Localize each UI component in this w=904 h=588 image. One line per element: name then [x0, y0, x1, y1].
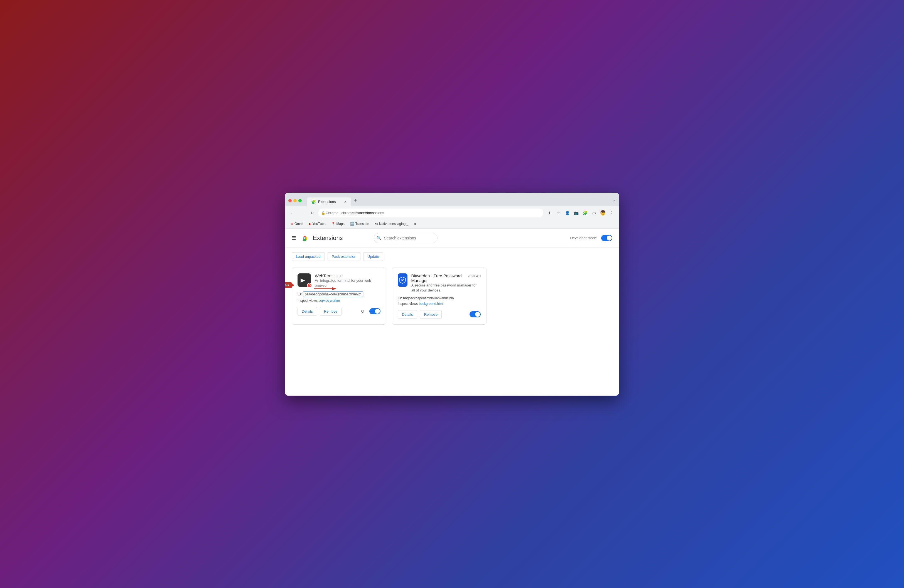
bitwarden-icon — [398, 273, 408, 287]
more-options-button[interactable]: ⋮ — [608, 209, 616, 217]
bitwarden-id-value: nngceckbapebfimnlniiiahkandclblb — [403, 296, 454, 300]
bookmark-gmail[interactable]: ✉ Gmail — [288, 221, 305, 227]
bookmark-youtube[interactable]: ▶ YouTube — [307, 221, 327, 227]
maximize-button[interactable] — [299, 199, 302, 202]
bitwarden-info: Bitwarden - Free Password Manager 2023.4… — [411, 273, 480, 293]
webterm-remove-button[interactable]: Remove — [320, 307, 341, 316]
copy-arrow-svg — [314, 285, 337, 293]
bookmark-icon[interactable]: ☆ — [555, 209, 562, 217]
update-button[interactable]: Update — [363, 252, 383, 261]
hamburger-menu-icon[interactable]: ☰ — [292, 235, 296, 241]
bookmark-other[interactable]: o — [412, 221, 418, 227]
search-icon: 🔍 — [376, 236, 381, 240]
bitwarden-name: Bitwarden - Free Password Manager — [411, 273, 466, 283]
tab-title: Extensions — [318, 200, 336, 204]
address-input[interactable] — [318, 209, 543, 217]
webterm-details-button[interactable]: Details — [297, 307, 317, 316]
bookmark-native-messaging-label: Native messaging _ — [379, 222, 408, 226]
extensions-list: Copy this ▶_ ⚙ — [285, 266, 619, 327]
developer-mode-toggle[interactable] — [601, 235, 612, 241]
bookmark-translate-label: Translate — [356, 222, 369, 226]
tooltip-arrow — [292, 283, 294, 287]
tab-bar: 🧩 Extensions ✕ + — [307, 196, 610, 206]
profile-avatar[interactable]: 👦 — [599, 209, 607, 217]
webterm-card-header: ▶_ ⚙ WebTerm 1.0.0 An integrated termina… — [297, 273, 381, 288]
webterm-id-row: ID: pallooedgponhakoomlebmioapfhmnim — [297, 291, 381, 297]
profile-icon1[interactable]: 👤 — [563, 209, 571, 217]
bitwarden-card-footer: Details Remove — [398, 310, 480, 319]
extensions-toolbar: Load unpacked Pack extension Update — [285, 248, 619, 266]
bookmarks-bar: ✉ Gmail ▶ YouTube 📍 Maps 🔤 Translate M N… — [285, 220, 619, 229]
window-icon[interactable]: ▭ — [590, 209, 598, 217]
translate-icon: 🔤 — [350, 222, 354, 226]
nav-icons-right: ⬆ ☆ 👤 📺 🧩 ▭ 👦 ⋮ — [545, 209, 616, 217]
bitwarden-name-row: Bitwarden - Free Password Manager 2023.4… — [411, 273, 480, 283]
extensions-favicon: 🧩 — [311, 200, 316, 204]
bitwarden-id-label: ID: — [398, 296, 402, 300]
forward-button[interactable]: → — [299, 209, 306, 217]
close-button[interactable] — [288, 199, 292, 202]
webterm-inspect-row: Inspect views service worker — [297, 299, 381, 303]
webterm-inspect-label: Inspect views — [297, 299, 318, 303]
bitwarden-card: Bitwarden - Free Password Manager 2023.4… — [392, 267, 487, 325]
webterm-card: Copy this ▶_ ⚙ — [292, 267, 386, 325]
svg-point-2 — [304, 237, 305, 239]
bitwarden-card-header: Bitwarden - Free Password Manager 2023.4… — [398, 273, 480, 293]
page-title: Extensions — [313, 234, 343, 242]
bitwarden-version: 2023.4.0 — [468, 274, 480, 278]
address-bar-wrapper: 🔒 Chrome | chrome://extensions — [318, 209, 543, 217]
maps-icon: 📍 — [331, 222, 335, 226]
copy-this-tooltip-wrapper: Copy this — [285, 282, 294, 288]
webterm-name: WebTerm — [315, 273, 333, 278]
bitwarden-remove-button[interactable]: Remove — [420, 310, 442, 319]
bitwarden-id-row: ID: nngceckbapebfimnlniiiahkandclblb — [398, 296, 480, 300]
bookmark-gmail-label: Gmail — [294, 222, 303, 226]
window-dropdown[interactable]: ⌄ — [613, 198, 616, 204]
webterm-card-footer: Details Remove ↻ — [297, 307, 381, 316]
webterm-refresh-icon[interactable]: ↻ — [361, 309, 364, 314]
navigation-bar: ← → ↻ 🔒 Chrome | chrome://extensions ⬆ ☆… — [285, 206, 619, 220]
webterm-id-label: ID: — [297, 292, 302, 296]
bitwarden-background-link[interactable]: background.html — [419, 302, 443, 306]
new-tab-button[interactable]: + — [351, 196, 360, 206]
search-input[interactable] — [374, 233, 438, 243]
webterm-icon: ▶_ ⚙ — [297, 273, 311, 287]
bitwarden-enabled-toggle[interactable] — [469, 311, 480, 318]
bookmark-translate[interactable]: 🔤 Translate — [348, 221, 371, 227]
search-wrapper: 🔍 — [374, 233, 513, 243]
secure-icon: 🔒 — [321, 211, 326, 215]
active-tab[interactable]: 🧩 Extensions ✕ — [307, 198, 351, 206]
extensions-header: ☰ Extensions 🔍 Developer mode — [285, 229, 619, 248]
youtube-icon: ▶ — [309, 222, 311, 226]
webterm-version: 1.0.0 — [335, 274, 342, 278]
bookmark-native-messaging[interactable]: M Native messaging _ — [372, 221, 411, 227]
developer-mode-label: Developer mode — [570, 236, 597, 240]
webterm-name-row: WebTerm 1.0.0 — [315, 273, 381, 278]
webterm-icon-wrapper: ▶_ ⚙ — [297, 273, 311, 287]
title-bar: 🧩 Extensions ✕ + ⌄ — [285, 193, 619, 206]
bookmark-other-label: o — [414, 222, 416, 226]
webterm-enabled-toggle[interactable] — [369, 308, 381, 315]
bitwarden-inspect-label: Inspect views — [398, 302, 418, 306]
load-unpacked-button[interactable]: Load unpacked — [292, 252, 325, 261]
bookmark-maps-label: Maps — [337, 222, 345, 226]
gmail-icon: ✉ — [291, 222, 293, 226]
download-icon[interactable]: ⬆ — [545, 209, 553, 217]
back-button[interactable]: ← — [288, 209, 296, 217]
page-content: ☰ Extensions 🔍 Developer mode Load unpac… — [285, 229, 619, 396]
refresh-button[interactable]: ↻ — [308, 209, 316, 217]
cast-icon[interactable]: 📺 — [572, 209, 580, 217]
bitwarden-details-button[interactable]: Details — [398, 310, 417, 319]
bookmark-youtube-label: YouTube — [312, 222, 326, 226]
minimize-button[interactable] — [293, 199, 297, 202]
chrome-logo-icon — [300, 234, 308, 242]
tab-close-button[interactable]: ✕ — [344, 200, 347, 204]
extensions-icon[interactable]: 🧩 — [581, 209, 589, 217]
webterm-badge: ⚙ — [307, 283, 312, 288]
pack-extension-button[interactable]: Pack extension — [327, 252, 360, 261]
bitwarden-inspect-row: Inspect views background.html — [398, 302, 480, 306]
traffic-lights — [288, 199, 302, 202]
webterm-service-worker-link[interactable]: service worker — [318, 299, 340, 303]
copy-this-tooltip: Copy this — [285, 282, 292, 288]
bookmark-maps[interactable]: 📍 Maps — [329, 221, 347, 227]
